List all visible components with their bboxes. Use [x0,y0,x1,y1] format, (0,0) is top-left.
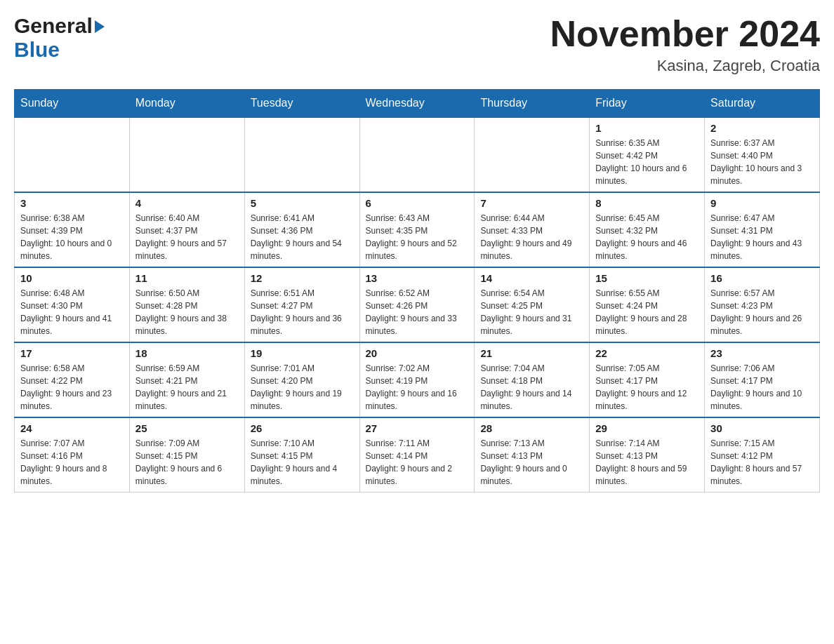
day-number: 23 [710,347,814,359]
calendar-header-saturday: Saturday [705,90,820,118]
day-info: Sunrise: 6:59 AMSunset: 4:21 PMDaylight:… [135,362,239,412]
calendar-cell: 22Sunrise: 7:05 AMSunset: 4:17 PMDayligh… [590,342,705,417]
calendar-table: SundayMondayTuesdayWednesdayThursdayFrid… [14,89,820,492]
day-info: Sunrise: 7:09 AMSunset: 4:15 PMDaylight:… [135,437,239,488]
day-number: 7 [480,197,583,209]
day-info: Sunrise: 6:35 AMSunset: 4:42 PMDaylight:… [595,137,699,187]
location: Kasina, Zagreb, Croatia [550,57,820,75]
calendar-cell: 28Sunrise: 7:13 AMSunset: 4:13 PMDayligh… [475,417,590,492]
day-info: Sunrise: 7:07 AMSunset: 4:16 PMDaylight:… [20,437,124,488]
day-number: 25 [135,422,239,434]
calendar-week-1: 1Sunrise: 6:35 AMSunset: 4:42 PMDaylight… [15,117,820,192]
calendar-cell: 25Sunrise: 7:09 AMSunset: 4:15 PMDayligh… [129,417,244,492]
calendar-cell: 30Sunrise: 7:15 AMSunset: 4:12 PMDayligh… [705,417,820,492]
day-info: Sunrise: 6:51 AMSunset: 4:27 PMDaylight:… [251,287,354,337]
logo-blue-text: Blue [14,38,60,62]
calendar-cell: 16Sunrise: 6:57 AMSunset: 4:23 PMDayligh… [705,267,820,342]
calendar-cell: 8Sunrise: 6:45 AMSunset: 4:32 PMDaylight… [590,192,705,267]
day-info: Sunrise: 7:13 AMSunset: 4:13 PMDaylight:… [480,437,583,488]
day-info: Sunrise: 6:52 AMSunset: 4:26 PMDaylight:… [366,287,469,337]
day-info: Sunrise: 6:57 AMSunset: 4:23 PMDaylight:… [710,287,814,337]
page-header: General Blue November 2024 Kasina, Zagre… [14,14,820,75]
calendar-cell: 26Sunrise: 7:10 AMSunset: 4:15 PMDayligh… [244,417,359,492]
day-number: 9 [710,197,814,209]
calendar-header-wednesday: Wednesday [359,90,475,118]
calendar-cell [475,117,590,192]
calendar-week-5: 24Sunrise: 7:07 AMSunset: 4:16 PMDayligh… [15,417,820,492]
day-info: Sunrise: 6:50 AMSunset: 4:28 PMDaylight:… [135,287,239,337]
day-info: Sunrise: 6:41 AMSunset: 4:36 PMDaylight:… [251,212,354,262]
day-info: Sunrise: 7:01 AMSunset: 4:20 PMDaylight:… [251,362,354,412]
calendar-cell: 14Sunrise: 6:54 AMSunset: 4:25 PMDayligh… [475,267,590,342]
calendar-header-thursday: Thursday [475,90,590,118]
calendar-cell: 29Sunrise: 7:14 AMSunset: 4:13 PMDayligh… [590,417,705,492]
day-number: 15 [595,272,699,284]
calendar-cell: 15Sunrise: 6:55 AMSunset: 4:24 PMDayligh… [590,267,705,342]
day-number: 21 [480,347,583,359]
day-number: 20 [366,347,469,359]
calendar-week-2: 3Sunrise: 6:38 AMSunset: 4:39 PMDaylight… [15,192,820,267]
day-info: Sunrise: 6:54 AMSunset: 4:25 PMDaylight:… [480,287,583,337]
calendar-cell: 27Sunrise: 7:11 AMSunset: 4:14 PMDayligh… [359,417,475,492]
day-number: 3 [20,197,124,209]
day-number: 4 [135,197,239,209]
day-number: 5 [251,197,354,209]
day-info: Sunrise: 6:40 AMSunset: 4:37 PMDaylight:… [135,212,239,262]
day-info: Sunrise: 7:02 AMSunset: 4:19 PMDaylight:… [366,362,469,412]
day-info: Sunrise: 7:11 AMSunset: 4:14 PMDaylight:… [366,437,469,488]
day-info: Sunrise: 7:10 AMSunset: 4:15 PMDaylight:… [251,437,354,488]
day-number: 11 [135,272,239,284]
day-number: 28 [480,422,583,434]
day-number: 19 [251,347,354,359]
calendar-cell: 17Sunrise: 6:58 AMSunset: 4:22 PMDayligh… [15,342,130,417]
calendar-cell: 21Sunrise: 7:04 AMSunset: 4:18 PMDayligh… [475,342,590,417]
calendar-header-tuesday: Tuesday [244,90,359,118]
calendar-week-3: 10Sunrise: 6:48 AMSunset: 4:30 PMDayligh… [15,267,820,342]
calendar-cell: 4Sunrise: 6:40 AMSunset: 4:37 PMDaylight… [129,192,244,267]
calendar-header-friday: Friday [590,90,705,118]
day-number: 1 [595,122,699,134]
logo-triangle-icon [95,20,105,33]
day-number: 29 [595,422,699,434]
calendar-cell: 20Sunrise: 7:02 AMSunset: 4:19 PMDayligh… [359,342,475,417]
day-info: Sunrise: 6:43 AMSunset: 4:35 PMDaylight:… [366,212,469,262]
day-info: Sunrise: 7:14 AMSunset: 4:13 PMDaylight:… [595,437,699,488]
calendar-cell: 5Sunrise: 6:41 AMSunset: 4:36 PMDaylight… [244,192,359,267]
title-block: November 2024 Kasina, Zagreb, Croatia [550,14,820,75]
calendar-header-monday: Monday [129,90,244,118]
day-number: 8 [595,197,699,209]
day-number: 22 [595,347,699,359]
logo: General Blue [14,14,105,62]
day-number: 12 [251,272,354,284]
day-number: 18 [135,347,239,359]
day-number: 2 [710,122,814,134]
calendar-cell: 9Sunrise: 6:47 AMSunset: 4:31 PMDaylight… [705,192,820,267]
calendar-cell: 19Sunrise: 7:01 AMSunset: 4:20 PMDayligh… [244,342,359,417]
month-title: November 2024 [550,14,820,54]
calendar-week-4: 17Sunrise: 6:58 AMSunset: 4:22 PMDayligh… [15,342,820,417]
calendar-cell: 2Sunrise: 6:37 AMSunset: 4:40 PMDaylight… [705,117,820,192]
day-info: Sunrise: 6:58 AMSunset: 4:22 PMDaylight:… [20,362,124,412]
day-number: 16 [710,272,814,284]
calendar-cell: 11Sunrise: 6:50 AMSunset: 4:28 PMDayligh… [129,267,244,342]
day-info: Sunrise: 6:38 AMSunset: 4:39 PMDaylight:… [20,212,124,262]
calendar-cell: 3Sunrise: 6:38 AMSunset: 4:39 PMDaylight… [15,192,130,267]
day-info: Sunrise: 7:06 AMSunset: 4:17 PMDaylight:… [710,362,814,412]
calendar-cell [244,117,359,192]
calendar-cell: 12Sunrise: 6:51 AMSunset: 4:27 PMDayligh… [244,267,359,342]
calendar-cell: 1Sunrise: 6:35 AMSunset: 4:42 PMDaylight… [590,117,705,192]
calendar-cell: 13Sunrise: 6:52 AMSunset: 4:26 PMDayligh… [359,267,475,342]
day-number: 27 [366,422,469,434]
day-number: 30 [710,422,814,434]
calendar-cell: 6Sunrise: 6:43 AMSunset: 4:35 PMDaylight… [359,192,475,267]
day-number: 6 [366,197,469,209]
calendar-header-sunday: Sunday [15,90,130,118]
calendar-cell [359,117,475,192]
calendar-cell: 18Sunrise: 6:59 AMSunset: 4:21 PMDayligh… [129,342,244,417]
day-info: Sunrise: 6:37 AMSunset: 4:40 PMDaylight:… [710,137,814,187]
day-info: Sunrise: 7:05 AMSunset: 4:17 PMDaylight:… [595,362,699,412]
calendar-cell [15,117,130,192]
calendar-cell: 7Sunrise: 6:44 AMSunset: 4:33 PMDaylight… [475,192,590,267]
calendar-cell [129,117,244,192]
day-info: Sunrise: 6:55 AMSunset: 4:24 PMDaylight:… [595,287,699,337]
